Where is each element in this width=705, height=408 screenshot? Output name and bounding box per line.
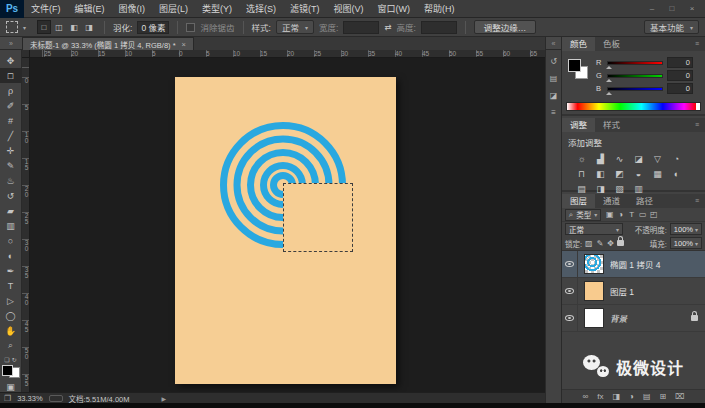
panel-menu-icon[interactable]: ≡ [695,37,703,51]
menu-file[interactable]: 文件(F) [24,2,68,15]
eraser-tool[interactable]: ▰ [0,203,22,218]
antialias-checkbox[interactable] [186,23,195,32]
swap-colors-icon[interactable]: ↻ [12,356,17,363]
fill-input[interactable]: 100% ▾ [670,237,702,249]
layer-styles-button[interactable]: fx [597,392,603,401]
channel-slider[interactable] [607,87,663,91]
minimize-button[interactable]: – [647,4,657,13]
quick-selection-tool[interactable]: ✐ [0,98,22,113]
vibrance-icon[interactable]: ▽ [648,151,667,166]
levels-icon[interactable]: ▟ [591,151,610,166]
document-canvas[interactable] [175,77,396,384]
horizontal-ruler[interactable]: 25201510505101520253035404550556065 [30,50,545,58]
screen-mode-icon[interactable]: ❐ [4,394,11,403]
adjustment-layer-button[interactable]: ◑ [629,392,634,401]
foreground-color-swatch[interactable] [2,365,13,376]
path-selection-tool[interactable]: ▷ [0,293,22,308]
exposure-icon[interactable]: ◪ [629,151,648,166]
workspace-select[interactable]: 基本功能 ▾ [644,20,699,34]
intersect-selection-mode[interactable]: ◨ [82,20,96,34]
close-button[interactable]: × [687,4,697,13]
channel-value[interactable]: 0 [667,83,693,94]
tab-close-icon[interactable]: × [182,40,186,49]
menu-view[interactable]: 视图(V) [327,2,371,15]
photo-filter-icon[interactable]: ◩ [610,166,629,181]
character-panel-icon[interactable]: ≡ [546,105,561,120]
type-tool[interactable]: T [0,278,22,293]
lock-position-icon[interactable]: ✥ [607,239,614,248]
tool-preset-arrow-icon[interactable]: ▾ [23,24,26,31]
color-balance-icon[interactable]: ⊓ [572,166,591,181]
gradient-tool[interactable]: ▥ [0,218,22,233]
add-selection-mode[interactable]: ◫ [52,20,66,34]
new-group-button[interactable]: ▤ [643,392,651,401]
menu-type[interactable]: 类型(Y) [195,2,239,15]
channel-mixer-icon[interactable]: ◒ [629,166,648,181]
filter-type-layers-icon[interactable]: T [626,210,637,219]
marquee-tool-icon[interactable] [6,21,18,33]
style-select[interactable]: 正常 ▾ [276,20,314,34]
filter-adjustment-layers-icon[interactable]: ◑ [615,210,626,219]
lock-pixels-icon[interactable]: ✎ [597,239,604,248]
menu-image[interactable]: 图像(I) [112,2,153,15]
new-selection-mode[interactable]: □ [37,20,51,34]
dodge-tool[interactable]: ◐ [0,248,22,263]
tab-layers[interactable]: 图层 [562,194,595,208]
rectangular-marquee-tool[interactable]: □ [0,68,22,83]
visibility-toggle[interactable] [562,305,578,331]
default-colors-icon[interactable]: ❏ [4,356,9,363]
menu-layer[interactable]: 图层(L) [152,2,195,15]
vertical-ruler[interactable]: 0510152025303540455055 [22,58,30,392]
hand-tool[interactable]: ✋ [0,323,22,338]
color-spectrum-bar[interactable] [566,102,701,111]
ellipse-tool[interactable]: ◯ [0,308,22,323]
tab-styles[interactable]: 样式 [595,118,628,132]
layer-row[interactable]: 图层 1 [562,278,705,305]
filter-shape-layers-icon[interactable]: ▭ [637,210,648,219]
selection-marquee[interactable] [283,183,353,252]
maximize-button[interactable]: □ [667,4,677,13]
history-panel-icon[interactable]: ↺ [546,54,561,69]
refine-edge-button[interactable]: 调整边缘… [474,20,537,34]
menu-filter[interactable]: 滤镜(T) [283,2,327,15]
subtract-selection-mode[interactable]: ◧ [67,20,81,34]
layer-row[interactable]: 背景 [562,305,705,332]
width-input[interactable] [343,21,379,34]
canvas-pasteboard[interactable] [30,58,545,392]
swap-dimensions-icon[interactable]: ⇄ [384,22,391,32]
curves-icon[interactable]: ∿ [610,151,629,166]
menu-help[interactable]: 帮助(H) [417,2,462,15]
lock-transparency-icon[interactable]: ▨ [585,239,593,248]
new-layer-button[interactable]: ⊞ [659,392,666,401]
status-options-arrow-icon[interactable]: ▶ [161,395,166,402]
tab-paths[interactable]: 路径 [628,194,661,208]
menu-edit[interactable]: 编辑(E) [68,2,112,15]
panel-menu-icon[interactable]: ≡ [695,194,703,208]
toolbar-collapse-icon[interactable]: » [0,37,22,50]
filter-pixel-layers-icon[interactable]: ▣ [604,210,615,219]
menu-window[interactable]: 窗口(W) [371,2,418,15]
hue-saturation-icon[interactable]: ◔ [667,151,686,166]
channel-slider[interactable] [607,74,663,78]
brightness-contrast-icon[interactable]: ☼ [572,151,591,166]
blur-tool[interactable]: ○ [0,233,22,248]
brush-tool[interactable]: ✎ [0,158,22,173]
layer-thumbnail[interactable] [584,254,604,274]
lock-all-icon[interactable] [617,240,624,246]
delete-layer-button[interactable]: ⌧ [675,392,684,401]
move-tool[interactable]: ✥ [0,53,22,68]
zoom-tool[interactable]: ⌕ [0,338,22,353]
pen-tool[interactable]: ✒ [0,263,22,278]
layer-thumbnail[interactable] [584,281,604,301]
spot-healing-brush-tool[interactable]: ✛ [0,143,22,158]
lasso-tool[interactable]: ρ [0,83,22,98]
visibility-toggle[interactable] [562,251,578,277]
panel-collapse-icon[interactable]: « [546,37,561,50]
invert-icon[interactable]: ◐ [667,166,686,181]
tab-swatches[interactable]: 色板 [595,37,628,51]
visibility-toggle[interactable] [562,278,578,304]
filter-smart-objects-icon[interactable]: ◰ [648,210,659,219]
history-brush-tool[interactable]: ↺ [0,188,22,203]
channel-value[interactable]: 0 [667,57,693,68]
add-layer-mask-button[interactable]: ◨ [613,392,621,401]
